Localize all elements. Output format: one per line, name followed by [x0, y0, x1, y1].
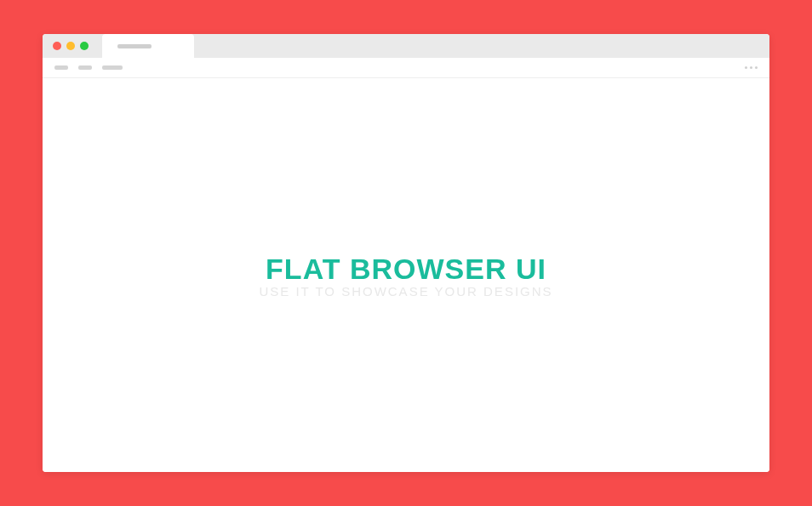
browser-tabbar: [43, 34, 769, 58]
tab-title-placeholder: [117, 44, 152, 48]
menu-button[interactable]: [745, 66, 758, 69]
nav-controls: [54, 65, 123, 70]
maximize-button[interactable]: [80, 42, 89, 50]
menu-dot-icon: [745, 66, 747, 69]
menu-dot-icon: [755, 66, 758, 69]
minimize-button[interactable]: [66, 42, 75, 50]
hero-title: FLAT BROWSER UI: [266, 253, 546, 286]
forward-button[interactable]: [78, 65, 92, 70]
traffic-lights: [53, 42, 89, 50]
browser-toolbar: [43, 58, 769, 78]
close-button[interactable]: [53, 42, 61, 50]
browser-tab[interactable]: [102, 34, 194, 58]
page-content: FLAT BROWSER UI USE IT TO SHOWCASE YOUR …: [43, 78, 769, 472]
menu-dot-icon: [750, 66, 752, 69]
hero-subtitle: USE IT TO SHOWCASE YOUR DESIGNS: [259, 284, 552, 298]
back-button[interactable]: [54, 65, 68, 70]
browser-window: FLAT BROWSER UI USE IT TO SHOWCASE YOUR …: [43, 34, 769, 472]
reload-button[interactable]: [102, 65, 123, 70]
